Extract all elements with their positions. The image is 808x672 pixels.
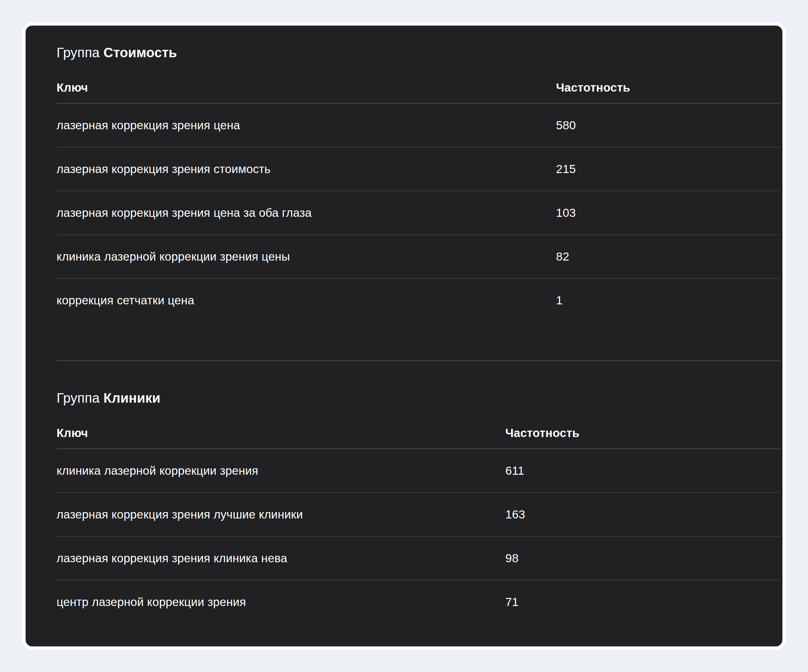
column-header-key: Ключ [57, 60, 556, 104]
frequency-cell: 103 [556, 191, 781, 235]
table-row: лазерная коррекция зрения стоимость 215 [57, 147, 780, 191]
frequency-cell: 611 [505, 449, 780, 493]
table-row: лазерная коррекция зрения лучшие клиники… [57, 493, 780, 536]
group-title-prefix: Группа [57, 391, 104, 405]
frequency-cell: 215 [556, 147, 781, 191]
table-header-row: Ключ Частотность [57, 60, 780, 104]
group-section-stoimost: Группа Стоимость Ключ Частотность лазерн… [57, 44, 780, 361]
table-row: центр лазерной коррекции зрения 71 [57, 580, 780, 624]
keyword-cell: клиника лазерной коррекции зрения цены [57, 235, 556, 278]
group-title-name: Клиники [104, 391, 160, 405]
table-row: лазерная коррекция зрения цена за оба гл… [57, 191, 780, 235]
keyword-cell: центр лазерной коррекции зрения [57, 580, 505, 624]
keywords-table: Ключ Частотность клиника лазерной коррек… [57, 406, 780, 624]
table-row: коррекция сетчатки цена 1 [57, 278, 780, 322]
group-title: Группа Клиники [57, 390, 780, 406]
keyword-cell: лазерная коррекция зрения клиника нева [57, 536, 505, 580]
table-header-row: Ключ Частотность [57, 406, 780, 449]
keyword-cell: коррекция сетчатки цена [57, 278, 556, 322]
group-title: Группа Стоимость [57, 44, 780, 60]
keyword-cell: лазерная коррекция зрения цена за оба гл… [57, 191, 556, 235]
group-title-prefix: Группа [57, 45, 104, 60]
column-header-key: Ключ [57, 406, 505, 449]
keyword-cell: лазерная коррекция зрения цена [57, 104, 556, 147]
table-row: клиника лазерной коррекции зрения 611 [57, 449, 780, 493]
column-header-frequency: Частотность [505, 406, 780, 449]
keyword-cell: лазерная коррекция зрения стоимость [57, 147, 556, 191]
keyword-cell: лазерная коррекция зрения лучшие клиники [57, 493, 505, 536]
keywords-table: Ключ Частотность лазерная коррекция зрен… [57, 60, 780, 322]
frequency-cell: 71 [505, 580, 780, 624]
table-row: клиника лазерной коррекции зрения цены 8… [57, 235, 780, 278]
group-title-name: Стоимость [104, 45, 177, 60]
frequency-cell: 98 [505, 536, 780, 580]
keyword-groups-panel: Группа Стоимость Ключ Частотность лазерн… [22, 22, 786, 650]
table-row: лазерная коррекция зрения цена 580 [57, 104, 780, 147]
group-section-kliniki: Группа Клиники Ключ Частотность клиника … [57, 390, 780, 624]
frequency-cell: 82 [556, 235, 781, 278]
frequency-cell: 1 [556, 278, 781, 322]
frequency-cell: 163 [505, 493, 780, 536]
keyword-cell: клиника лазерной коррекции зрения [57, 449, 505, 493]
table-row: лазерная коррекция зрения клиника нева 9… [57, 536, 780, 580]
frequency-cell: 580 [556, 104, 781, 147]
column-header-frequency: Частотность [556, 60, 781, 104]
